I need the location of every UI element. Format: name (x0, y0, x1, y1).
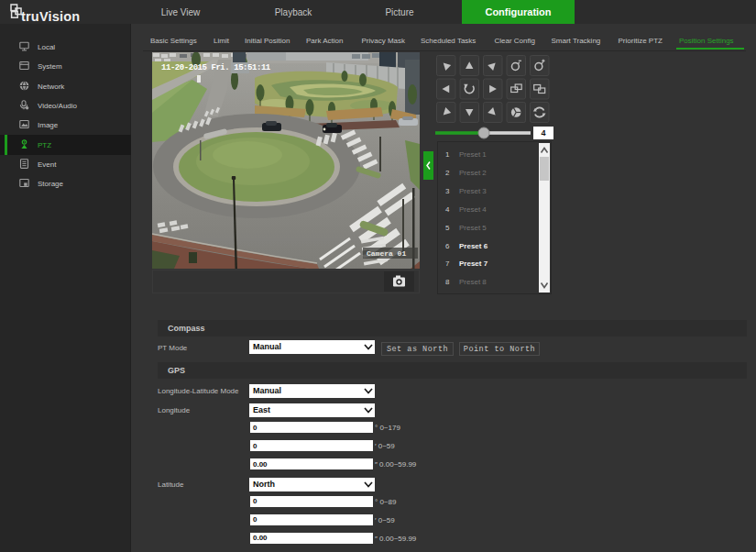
svg-text:truVision: truVision (21, 9, 80, 24)
svg-text:Camera 01: Camera 01 (367, 249, 406, 258)
svg-text:11-20-2015 Fri. 15:51:11: 11-20-2015 Fri. 15:51:11 (161, 63, 271, 72)
